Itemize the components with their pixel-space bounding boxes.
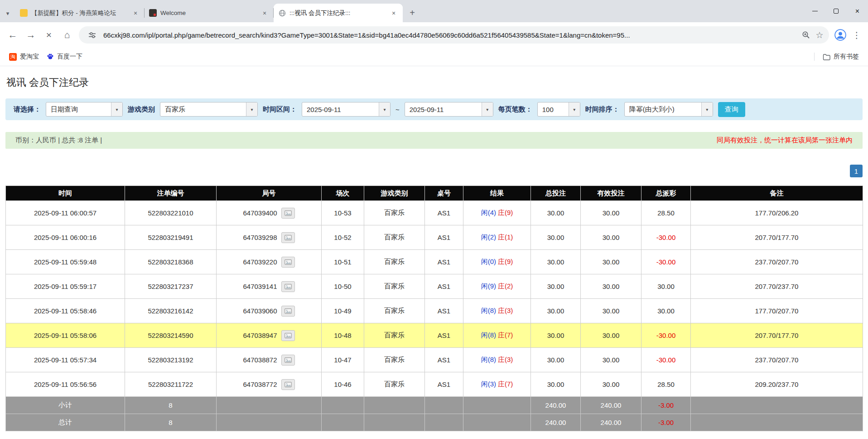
chevron-down-icon[interactable]: ▾: [379, 102, 390, 116]
cell-time: 2025-09-11 05:58:06: [6, 323, 125, 348]
cell-payout: 28.50: [641, 372, 691, 397]
cell-total-bet[interactable]: 30.00: [531, 348, 581, 372]
player-result: 闲(8): [481, 356, 496, 363]
stop-icon[interactable]: ×: [40, 26, 58, 44]
table-row: 2025-09-11 05:59:17522803217237647039141…: [6, 274, 863, 299]
cell-bet-id: 522803217237: [125, 274, 217, 299]
bookmarks-divider: [814, 53, 815, 61]
column-header: 游戏类别: [364, 186, 425, 201]
home-icon[interactable]: ⌂: [58, 26, 76, 44]
bookmark-aitaobao[interactable]: 淘 爱淘宝: [5, 51, 43, 63]
tab-welcome[interactable]: Welcome ×: [145, 4, 274, 22]
banker-result: 庄(3): [498, 356, 513, 363]
date-to-input[interactable]: 2025-09-11 ▾: [405, 102, 493, 117]
cell-payout: 30.00: [641, 274, 691, 299]
bookmark-star-icon[interactable]: ☆: [813, 28, 826, 42]
cell-session: 10-52: [322, 225, 364, 250]
footer-total-bet: 240.00: [531, 397, 581, 414]
cell-total-bet[interactable]: 30.00: [531, 299, 581, 323]
player-result: 闲(3): [481, 380, 496, 388]
tab-list-chevron-icon[interactable]: ▾: [0, 4, 15, 22]
round-number: 647038947: [243, 332, 277, 339]
video-replay-icon[interactable]: [281, 330, 295, 341]
cell-total-bet[interactable]: 30.00: [531, 250, 581, 274]
cell-valid-bet: 30.00: [581, 225, 641, 250]
zoom-icon[interactable]: [799, 28, 813, 42]
settlement-note: 同局有效投注，统一计算在该局第一张注单内: [717, 136, 853, 145]
bookmark-label: 百度一下: [57, 53, 82, 61]
cell-result: 闲(9)庄(2): [463, 274, 531, 299]
table-body: 2025-09-11 06:00:57522803221010647039400…: [6, 201, 863, 397]
bookmark-baidu[interactable]: 百度一下: [43, 51, 86, 63]
close-icon[interactable]: ×: [131, 9, 140, 18]
tab-bet-records[interactable]: :::视讯 会员下注纪录::: ×: [274, 4, 403, 22]
globe-favicon-icon: [278, 9, 286, 17]
date-from-input[interactable]: 2025-09-11 ▾: [302, 102, 391, 117]
video-replay-icon[interactable]: [281, 232, 295, 243]
game-type-dropdown[interactable]: 百家乐 ▾: [160, 102, 258, 117]
close-icon[interactable]: ×: [260, 9, 269, 18]
tab-forum[interactable]: 【新提醒】积分 - 海燕策略论坛 ×: [15, 4, 145, 22]
banker-result: 庄(9): [498, 258, 513, 265]
player-result: 闲(9): [481, 282, 496, 290]
chevron-down-icon[interactable]: ▾: [246, 102, 257, 116]
page-number-button[interactable]: 1: [850, 165, 863, 177]
footer-payout: -3.00: [641, 397, 691, 414]
back-icon[interactable]: ←: [4, 26, 22, 44]
query-type-dropdown[interactable]: 日期查询 ▾: [46, 102, 123, 117]
cell-payout: -30.00: [641, 250, 691, 274]
cell-total-bet[interactable]: 30.00: [531, 225, 581, 250]
chevron-down-icon[interactable]: ▾: [569, 102, 580, 116]
navigation-bar: ← → × ⌂ 66cxkj98.com/ipl/portal.php/game…: [0, 22, 868, 48]
table-row: 2025-09-11 05:56:56522803211722647038772…: [6, 372, 863, 397]
maximize-button[interactable]: [825, 0, 847, 22]
close-icon[interactable]: ×: [389, 9, 398, 18]
menu-dots-icon[interactable]: ⋮: [849, 26, 864, 44]
cell-bet-id: 522803216142: [125, 299, 217, 323]
new-tab-icon[interactable]: +: [405, 5, 420, 20]
cell-total-bet[interactable]: 30.00: [531, 201, 581, 225]
baidu-paw-icon: [46, 53, 54, 61]
cell-table-no: AS1: [425, 225, 463, 250]
minimize-button[interactable]: [804, 0, 825, 22]
cell-round: 647039220: [217, 250, 322, 274]
address-bar[interactable]: 66cxkj98.com/ipl/portal.php/game/betreco…: [79, 26, 829, 44]
sort-value: 降幂(由大到小): [625, 102, 701, 116]
cell-bet-id: 522803214590: [125, 323, 217, 348]
video-replay-icon[interactable]: [281, 379, 295, 390]
profile-avatar-icon[interactable]: [832, 26, 849, 44]
window-close-button[interactable]: ×: [847, 0, 868, 22]
all-bookmarks-label: 所有书签: [834, 53, 859, 61]
search-button[interactable]: 查询: [718, 102, 745, 117]
range-separator: ~: [395, 106, 400, 113]
chevron-down-icon[interactable]: ▾: [701, 102, 713, 116]
cell-bet-id: 522803213192: [125, 348, 217, 372]
sort-dropdown[interactable]: 降幂(由大到小) ▾: [624, 102, 713, 117]
cell-total-bet[interactable]: 30.00: [531, 372, 581, 397]
video-replay-icon[interactable]: [281, 306, 295, 317]
video-replay-icon[interactable]: [281, 281, 295, 292]
folder-icon: [823, 53, 830, 61]
video-replay-icon[interactable]: [281, 257, 295, 268]
banker-result: 庄(9): [498, 209, 513, 216]
sort-label: 时间排序：: [585, 105, 619, 114]
cell-game-type: 百家乐: [364, 201, 425, 225]
cell-total-bet[interactable]: 30.00: [531, 323, 581, 348]
forward-icon[interactable]: →: [22, 26, 40, 44]
site-info-icon[interactable]: [85, 28, 99, 42]
cell-total-bet[interactable]: 30.00: [531, 274, 581, 299]
all-bookmarks-button[interactable]: 所有书签: [819, 51, 863, 63]
footer-count: 8: [125, 397, 217, 414]
chevron-down-icon[interactable]: ▾: [482, 102, 493, 116]
bookmark-label: 爱淘宝: [20, 53, 39, 61]
video-replay-icon[interactable]: [281, 208, 295, 219]
round-number: 647038872: [243, 356, 277, 364]
page-size-input[interactable]: 100 ▾: [537, 102, 580, 117]
video-replay-icon[interactable]: [281, 355, 295, 366]
filter-bar: 请选择： 日期查询 ▾ 游戏类别 百家乐 ▾ 时间区间： 2025-09-11 …: [5, 98, 863, 120]
page-content: 视讯 会员下注纪录 请选择： 日期查询 ▾ 游戏类别 百家乐 ▾ 时间区间： 2…: [0, 76, 868, 431]
cell-time: 2025-09-11 05:59:48: [6, 250, 125, 274]
cell-game-type: 百家乐: [364, 348, 425, 372]
chevron-down-icon[interactable]: ▾: [111, 102, 122, 116]
cell-time: 2025-09-11 06:00:16: [6, 225, 125, 250]
